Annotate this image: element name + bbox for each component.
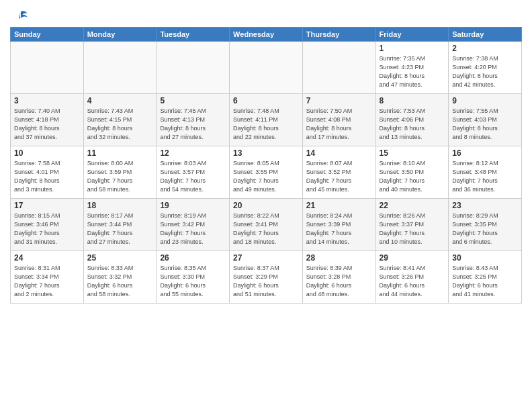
calendar-cell: 14Sunrise: 8:07 AM Sunset: 3:52 PM Dayli… <box>302 146 375 199</box>
weekday-header-sunday: Sunday <box>11 28 84 42</box>
day-number: 21 <box>306 201 372 210</box>
calendar-week-5: 24Sunrise: 8:31 AM Sunset: 3:34 PM Dayli… <box>11 251 522 304</box>
day-number: 9 <box>452 96 518 105</box>
calendar-cell: 10Sunrise: 7:58 AM Sunset: 4:01 PM Dayli… <box>11 146 84 199</box>
day-number: 7 <box>306 96 372 105</box>
calendar-cell <box>157 42 230 94</box>
calendar-cell: 17Sunrise: 8:15 AM Sunset: 3:46 PM Dayli… <box>11 199 84 251</box>
day-info: Sunrise: 7:40 AM Sunset: 4:18 PM Dayligh… <box>14 107 80 142</box>
calendar-table: SundayMondayTuesdayWednesdayThursdayFrid… <box>10 27 522 304</box>
logo <box>10 9 28 24</box>
day-number: 16 <box>452 148 518 158</box>
weekday-header-thursday: Thursday <box>302 28 375 42</box>
calendar-cell: 30Sunrise: 8:43 AM Sunset: 3:25 PM Dayli… <box>449 251 522 304</box>
calendar-cell: 8Sunrise: 7:53 AM Sunset: 4:06 PM Daylig… <box>375 94 449 146</box>
day-number: 18 <box>87 201 153 210</box>
day-info: Sunrise: 8:00 AM Sunset: 3:59 PM Dayligh… <box>87 159 153 194</box>
day-number: 25 <box>87 253 153 263</box>
calendar-cell: 6Sunrise: 7:48 AM Sunset: 4:11 PM Daylig… <box>230 94 303 146</box>
day-info: Sunrise: 7:43 AM Sunset: 4:15 PM Dayligh… <box>87 107 153 142</box>
weekday-header-friday: Friday <box>375 28 449 42</box>
calendar-cell: 11Sunrise: 8:00 AM Sunset: 3:59 PM Dayli… <box>83 146 157 199</box>
day-info: Sunrise: 7:35 AM Sunset: 4:23 PM Dayligh… <box>380 54 445 89</box>
day-number: 19 <box>160 201 226 210</box>
day-number: 27 <box>233 253 299 263</box>
calendar-cell <box>11 42 84 94</box>
day-info: Sunrise: 8:07 AM Sunset: 3:52 PM Dayligh… <box>306 159 372 194</box>
day-info: Sunrise: 8:24 AM Sunset: 3:39 PM Dayligh… <box>306 212 372 246</box>
day-number: 10 <box>14 148 80 158</box>
calendar-cell: 21Sunrise: 8:24 AM Sunset: 3:39 PM Dayli… <box>302 199 375 251</box>
calendar-cell <box>230 42 303 94</box>
calendar-header: SundayMondayTuesdayWednesdayThursdayFrid… <box>11 28 522 42</box>
day-info: Sunrise: 8:43 AM Sunset: 3:25 PM Dayligh… <box>452 264 518 299</box>
day-number: 17 <box>14 201 80 210</box>
calendar-cell: 19Sunrise: 8:19 AM Sunset: 3:42 PM Dayli… <box>157 199 230 251</box>
weekday-header-saturday: Saturday <box>449 28 522 42</box>
day-number: 24 <box>14 253 80 263</box>
day-info: Sunrise: 7:53 AM Sunset: 4:06 PM Dayligh… <box>380 107 445 142</box>
calendar-cell: 20Sunrise: 8:22 AM Sunset: 3:41 PM Dayli… <box>230 199 303 251</box>
calendar-cell: 29Sunrise: 8:41 AM Sunset: 3:26 PM Dayli… <box>375 251 449 304</box>
weekday-header-tuesday: Tuesday <box>157 28 230 42</box>
day-number: 22 <box>380 201 445 210</box>
calendar-cell: 16Sunrise: 8:12 AM Sunset: 3:48 PM Dayli… <box>449 146 522 199</box>
day-info: Sunrise: 8:39 AM Sunset: 3:28 PM Dayligh… <box>306 264 372 299</box>
logo-bird-icon <box>13 9 28 24</box>
calendar-week-2: 3Sunrise: 7:40 AM Sunset: 4:18 PM Daylig… <box>11 94 522 146</box>
calendar-cell: 22Sunrise: 8:26 AM Sunset: 3:37 PM Dayli… <box>375 199 449 251</box>
calendar-cell: 13Sunrise: 8:05 AM Sunset: 3:55 PM Dayli… <box>230 146 303 199</box>
calendar-cell: 27Sunrise: 8:37 AM Sunset: 3:29 PM Dayli… <box>230 251 303 304</box>
day-info: Sunrise: 7:55 AM Sunset: 4:03 PM Dayligh… <box>452 107 518 142</box>
calendar-cell: 26Sunrise: 8:35 AM Sunset: 3:30 PM Dayli… <box>157 251 230 304</box>
weekday-header-monday: Monday <box>83 28 157 42</box>
calendar-cell: 4Sunrise: 7:43 AM Sunset: 4:15 PM Daylig… <box>83 94 157 146</box>
header <box>10 7 522 24</box>
day-info: Sunrise: 7:50 AM Sunset: 4:08 PM Dayligh… <box>306 107 372 142</box>
day-info: Sunrise: 8:29 AM Sunset: 3:35 PM Dayligh… <box>452 212 518 246</box>
day-number: 2 <box>452 44 518 53</box>
day-info: Sunrise: 7:38 AM Sunset: 4:20 PM Dayligh… <box>452 54 518 89</box>
calendar-cell <box>83 42 157 94</box>
day-info: Sunrise: 8:33 AM Sunset: 3:32 PM Dayligh… <box>87 264 153 299</box>
day-info: Sunrise: 8:35 AM Sunset: 3:30 PM Dayligh… <box>160 264 226 299</box>
day-info: Sunrise: 8:41 AM Sunset: 3:26 PM Dayligh… <box>380 264 445 299</box>
day-number: 29 <box>380 253 445 263</box>
page-container: SundayMondayTuesdayWednesdayThursdayFrid… <box>0 0 532 309</box>
day-number: 8 <box>380 96 445 105</box>
day-number: 4 <box>87 96 153 105</box>
day-number: 13 <box>233 148 299 158</box>
calendar-week-4: 17Sunrise: 8:15 AM Sunset: 3:46 PM Dayli… <box>11 199 522 251</box>
day-info: Sunrise: 8:37 AM Sunset: 3:29 PM Dayligh… <box>233 264 299 299</box>
day-info: Sunrise: 8:12 AM Sunset: 3:48 PM Dayligh… <box>452 159 518 194</box>
day-number: 15 <box>380 148 445 158</box>
calendar-cell <box>302 42 375 94</box>
calendar-cell: 15Sunrise: 8:10 AM Sunset: 3:50 PM Dayli… <box>375 146 449 199</box>
calendar-cell: 9Sunrise: 7:55 AM Sunset: 4:03 PM Daylig… <box>449 94 522 146</box>
calendar-cell: 2Sunrise: 7:38 AM Sunset: 4:20 PM Daylig… <box>449 42 522 94</box>
day-info: Sunrise: 7:58 AM Sunset: 4:01 PM Dayligh… <box>14 159 80 194</box>
day-number: 5 <box>160 96 226 105</box>
calendar-cell: 23Sunrise: 8:29 AM Sunset: 3:35 PM Dayli… <box>449 199 522 251</box>
calendar-cell: 3Sunrise: 7:40 AM Sunset: 4:18 PM Daylig… <box>11 94 84 146</box>
day-info: Sunrise: 7:48 AM Sunset: 4:11 PM Dayligh… <box>233 107 299 142</box>
calendar-cell: 18Sunrise: 8:17 AM Sunset: 3:44 PM Dayli… <box>83 199 157 251</box>
day-info: Sunrise: 8:19 AM Sunset: 3:42 PM Dayligh… <box>160 212 226 246</box>
day-info: Sunrise: 8:22 AM Sunset: 3:41 PM Dayligh… <box>233 212 299 246</box>
day-info: Sunrise: 8:15 AM Sunset: 3:46 PM Dayligh… <box>14 212 80 246</box>
day-number: 26 <box>160 253 226 263</box>
calendar-week-3: 10Sunrise: 7:58 AM Sunset: 4:01 PM Dayli… <box>11 146 522 199</box>
day-info: Sunrise: 8:17 AM Sunset: 3:44 PM Dayligh… <box>87 212 153 246</box>
day-number: 6 <box>233 96 299 105</box>
day-number: 3 <box>14 96 80 105</box>
day-number: 1 <box>380 44 445 53</box>
day-number: 12 <box>160 148 226 158</box>
calendar-cell: 28Sunrise: 8:39 AM Sunset: 3:28 PM Dayli… <box>302 251 375 304</box>
day-info: Sunrise: 8:10 AM Sunset: 3:50 PM Dayligh… <box>380 159 445 194</box>
day-info: Sunrise: 8:05 AM Sunset: 3:55 PM Dayligh… <box>233 159 299 194</box>
calendar-cell: 7Sunrise: 7:50 AM Sunset: 4:08 PM Daylig… <box>302 94 375 146</box>
day-number: 28 <box>306 253 372 263</box>
calendar-cell: 1Sunrise: 7:35 AM Sunset: 4:23 PM Daylig… <box>375 42 449 94</box>
day-info: Sunrise: 8:31 AM Sunset: 3:34 PM Dayligh… <box>14 264 80 299</box>
day-info: Sunrise: 8:03 AM Sunset: 3:57 PM Dayligh… <box>160 159 226 194</box>
